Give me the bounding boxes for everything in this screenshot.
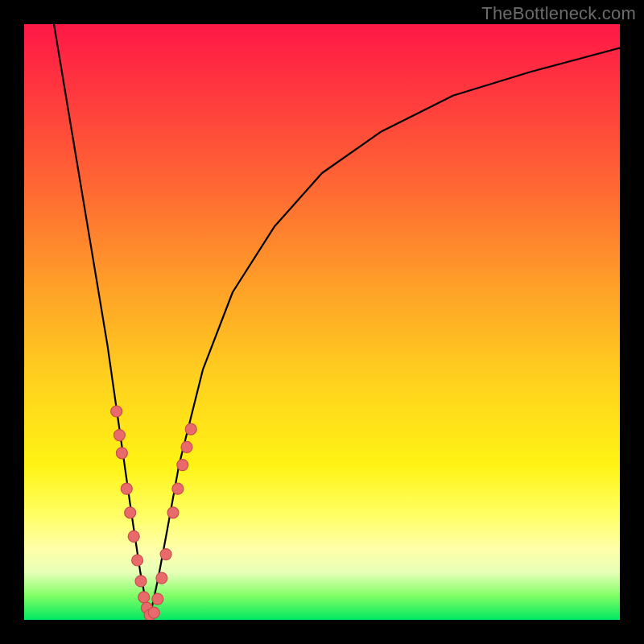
sample-dot (181, 441, 192, 452)
sample-dot (167, 507, 179, 518)
sample-dot (160, 549, 171, 560)
dots-group (111, 406, 197, 620)
sample-dot (144, 609, 155, 620)
sample-dot (156, 572, 167, 584)
sample-dot (185, 423, 196, 435)
sample-dot (148, 607, 159, 618)
sample-dot (172, 483, 184, 494)
sample-dot (121, 483, 132, 494)
sample-dot (135, 576, 147, 587)
sample-dot (152, 593, 163, 605)
sample-dot (138, 592, 150, 603)
sample-dot (125, 507, 136, 518)
plot-area (24, 24, 620, 620)
watermark-text: TheBottleneck.com (481, 3, 636, 24)
sample-dot (111, 406, 122, 417)
sample-dot (132, 555, 143, 566)
bottleneck-curve (54, 24, 620, 620)
sample-dot (141, 602, 152, 613)
sample-dot (177, 460, 188, 471)
chart-frame: TheBottleneck.com (0, 0, 644, 644)
curve-svg (24, 24, 620, 620)
sample-dot (116, 448, 127, 459)
sample-dot (114, 430, 125, 441)
sample-dot (128, 530, 139, 542)
